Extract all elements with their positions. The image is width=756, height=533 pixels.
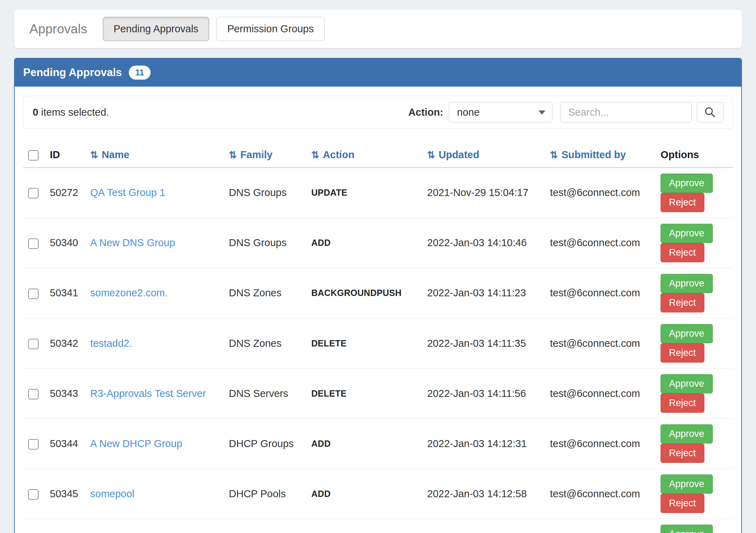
row-name-link[interactable]: somezone2.com.	[90, 287, 168, 298]
selected-info: 0 items selected.	[33, 107, 109, 118]
sort-icon: ⇅	[550, 149, 558, 161]
approve-button[interactable]: Approve	[661, 424, 713, 444]
row-submitted-by: test@6connect.com	[545, 519, 656, 533]
reject-button[interactable]: Reject	[661, 193, 704, 212]
table-row: 50341somezone2.com.DNS ZonesBACKGROUNDPU…	[23, 268, 733, 318]
row-name-link[interactable]: somepool	[90, 488, 134, 499]
row-family: DNS Zones	[224, 268, 306, 318]
row-checkbox[interactable]	[28, 339, 39, 349]
tab-pending-approvals[interactable]: Pending Approvals	[103, 17, 210, 41]
approve-button[interactable]: Approve	[661, 324, 713, 343]
row-id: 50345	[45, 469, 85, 519]
sort-icon: ⇅	[229, 149, 237, 161]
row-name-cell: somezone2.com.	[85, 268, 224, 318]
row-checkbox[interactable]	[28, 389, 39, 399]
table-row: 50340A New DNS GroupDNS GroupsADD2022-Ja…	[23, 218, 733, 268]
row-submitted-by: test@6connect.com	[545, 218, 656, 268]
column-header-submitted-by[interactable]: ⇅Submitted by	[545, 142, 656, 167]
approve-button[interactable]: Approve	[661, 474, 713, 494]
row-updated: 2022-Jan-03 14:11:23	[422, 268, 545, 318]
table-row: 50272QA Test Group 1DNS GroupsUPDATE2021…	[23, 168, 733, 218]
approve-button[interactable]: Approve	[661, 274, 713, 293]
sort-icon: ⇅	[90, 149, 98, 161]
row-family: DNS Servers	[224, 369, 306, 419]
row-family: DNS Groups	[224, 168, 306, 218]
panel-title: Pending Approvals	[23, 66, 122, 79]
row-submitted-by: test@6connect.com	[545, 268, 656, 318]
approvals-table: ID ⇅Name ⇅Family ⇅Action ⇅Updated ⇅Submi…	[23, 142, 733, 533]
approve-button[interactable]: Approve	[661, 525, 713, 533]
row-family: DNS Zones	[224, 318, 306, 368]
row-id: 50343	[45, 369, 85, 419]
row-name-link[interactable]: A New DHCP Group	[90, 438, 182, 449]
row-action: ADD	[306, 218, 422, 268]
reject-button[interactable]: Reject	[661, 343, 704, 363]
row-checkbox[interactable]	[28, 188, 39, 198]
row-options: ApproveReject	[656, 318, 733, 368]
row-updated: 2022-Jan-03 14:12:31	[422, 419, 545, 469]
toolbar-controls: Action: none	[408, 102, 723, 122]
column-header-name[interactable]: ⇅Name	[85, 142, 224, 167]
row-checkbox-cell	[23, 318, 45, 368]
table-header-row: ID ⇅Name ⇅Family ⇅Action ⇅Updated ⇅Submi…	[23, 142, 733, 167]
row-action: DELETE	[306, 369, 422, 419]
search-button[interactable]	[697, 102, 723, 122]
reject-button[interactable]: Reject	[661, 243, 704, 262]
row-checkbox-cell	[23, 168, 45, 218]
row-options: ApproveReject	[656, 268, 733, 318]
row-id: 50346	[45, 519, 85, 533]
row-action: DELETE	[306, 318, 422, 368]
row-name-link[interactable]: QA Test Group 1	[90, 187, 165, 198]
action-label: Action:	[408, 107, 443, 118]
row-name-cell: A New DHCP Group	[85, 419, 224, 469]
selected-text: items selected.	[38, 107, 109, 118]
row-name-link[interactable]: R3-Approvals Test Server	[90, 388, 206, 399]
approvals-table-body: 50272QA Test Group 1DNS GroupsUPDATE2021…	[23, 168, 733, 533]
row-options: ApproveReject	[656, 369, 733, 419]
reject-button[interactable]: Reject	[661, 293, 704, 312]
column-header-family[interactable]: ⇅Family	[224, 142, 306, 167]
table-row: 50342testadd2.DNS ZonesDELETE2022-Jan-03…	[23, 318, 733, 368]
select-all-checkbox[interactable]	[28, 150, 39, 161]
row-updated: 2022-Jan-03 14:12:58	[422, 469, 545, 519]
row-name-cell: A New DNS Group	[85, 218, 224, 268]
count-badge: 11	[129, 66, 150, 80]
row-action: BACKGROUNDPUSH	[306, 268, 422, 318]
row-updated: 2022-Jan-03 14:11:56	[422, 369, 545, 419]
row-id: 50341	[45, 268, 85, 318]
approve-button[interactable]: Approve	[661, 374, 713, 393]
row-family: DHCP Pools	[224, 519, 306, 533]
row-checkbox[interactable]	[28, 238, 39, 249]
pending-approvals-panel: Pending Approvals 11 0 items selected. A…	[14, 58, 742, 533]
column-header-action[interactable]: ⇅Action	[306, 142, 422, 167]
reject-button[interactable]: Reject	[661, 393, 704, 413]
action-select[interactable]: none	[449, 102, 552, 122]
tab-permission-groups[interactable]: Permission Groups	[216, 17, 325, 41]
row-checkbox[interactable]	[28, 289, 39, 299]
row-name-link[interactable]: A New DNS Group	[90, 237, 175, 248]
row-family: DNS Groups	[224, 218, 306, 268]
selected-count: 0	[33, 107, 38, 118]
search-input[interactable]	[560, 102, 692, 122]
table-row: 50345somepoolDHCP PoolsADD2022-Jan-03 14…	[23, 469, 733, 519]
row-name-link[interactable]: testadd2.	[90, 338, 132, 349]
row-checkbox-cell	[23, 268, 45, 318]
sort-icon: ⇅	[427, 149, 435, 161]
reject-button[interactable]: Reject	[661, 444, 704, 463]
column-header-updated[interactable]: ⇅Updated	[422, 142, 545, 167]
row-checkbox[interactable]	[28, 439, 39, 450]
page-title: Approvals	[29, 22, 87, 36]
row-name-cell: QA Test Group 1	[85, 168, 224, 218]
page: Approvals Pending Approvals Permission G…	[0, 0, 756, 533]
reject-button[interactable]: Reject	[661, 494, 704, 513]
row-submitted-by: test@6connect.com	[545, 369, 656, 419]
table-row: 50344A New DHCP GroupDHCP GroupsADD2022-…	[23, 419, 733, 469]
approve-button[interactable]: Approve	[661, 174, 713, 193]
approve-button[interactable]: Approve	[661, 224, 713, 243]
row-checkbox[interactable]	[28, 489, 39, 500]
row-action: ADD	[306, 469, 422, 519]
row-name-cell: testadd2.	[85, 318, 224, 368]
row-updated: 2022-Jan-03 14:13:24	[422, 519, 545, 533]
row-checkbox-cell	[23, 469, 45, 519]
row-submitted-by: test@6connect.com	[545, 318, 656, 368]
